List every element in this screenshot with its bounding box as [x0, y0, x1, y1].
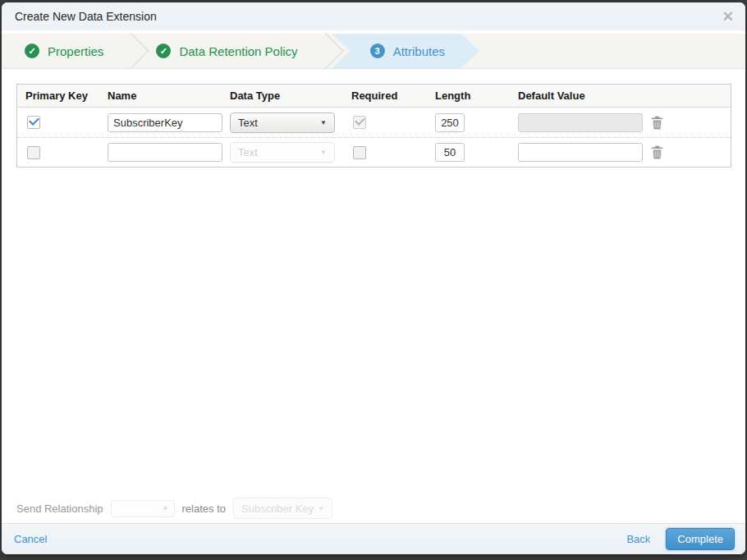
step-complete-check-icon: ✓: [25, 44, 39, 58]
step-complete-check-icon: ✓: [156, 44, 171, 58]
data-type-select[interactable]: Text ▼: [230, 142, 335, 163]
step-properties[interactable]: ✓ Properties: [2, 34, 133, 68]
modal-footer: Cancel Back Complete: [2, 523, 745, 554]
modal-content: Primary Key Name Data Type Required Leng…: [2, 69, 745, 493]
required-checkbox[interactable]: [353, 116, 366, 129]
close-icon[interactable]: ✕: [722, 10, 734, 24]
attributes-table: Primary Key Name Data Type Required Leng…: [16, 84, 731, 168]
delete-row-trash-icon[interactable]: [651, 145, 663, 159]
step-attributes[interactable]: 3 Attributes: [332, 34, 479, 68]
header-name: Name: [99, 90, 222, 102]
primary-key-checkbox[interactable]: [27, 146, 40, 159]
header-default-value: Default Value: [510, 90, 643, 102]
chevron-down-icon: ▼: [163, 505, 169, 512]
create-data-extension-modal: Create New Data Extension ✕ ✓ Properties…: [2, 2, 745, 554]
default-value-input[interactable]: [518, 143, 643, 162]
length-input[interactable]: [435, 113, 465, 132]
header-length: Length: [427, 90, 510, 102]
chevron-down-icon: ▼: [320, 149, 327, 156]
subscriber-key-label: Subscriber Key: [241, 503, 314, 515]
table-row: Text ▼: [17, 137, 731, 167]
name-input[interactable]: [108, 113, 222, 132]
step-data-retention-policy-label: Data Retention Policy: [179, 44, 297, 58]
send-relationship-row: Send Relationship ▼ relates to Subscribe…: [2, 493, 745, 523]
cancel-link[interactable]: Cancel: [14, 533, 47, 545]
relates-to-label: relates to: [182, 503, 226, 515]
required-checkbox[interactable]: [353, 146, 366, 159]
header-data-type: Data Type: [222, 90, 343, 102]
modal-title: Create New Data Extension: [15, 10, 157, 23]
header-required: Required: [343, 90, 427, 102]
chevron-down-icon: ▼: [320, 119, 327, 126]
send-relationship-select[interactable]: ▼: [111, 500, 175, 517]
send-relationship-label: Send Relationship: [16, 503, 103, 515]
delete-row-trash-icon[interactable]: [651, 116, 663, 130]
table-row: Text ▼: [17, 108, 731, 137]
name-input[interactable]: [108, 143, 222, 162]
default-value-input[interactable]: [518, 113, 643, 132]
back-link[interactable]: Back: [626, 533, 650, 545]
primary-key-checkbox[interactable]: [27, 116, 40, 129]
header-primary-key: Primary Key: [17, 90, 99, 102]
chevron-down-icon: ▼: [318, 505, 324, 512]
complete-button[interactable]: Complete: [666, 528, 735, 550]
step-number-badge: 3: [370, 44, 385, 58]
step-attributes-label: Attributes: [393, 44, 445, 58]
length-input[interactable]: [435, 143, 465, 162]
subscriber-key-dropdown[interactable]: Subscriber Key ▼: [233, 498, 332, 519]
data-type-value: Text: [238, 146, 258, 158]
wizard-stepbar: ✓ Properties ✓ Data Retention Policy 3 A…: [2, 34, 745, 69]
modal-titlebar: Create New Data Extension ✕: [2, 2, 745, 30]
data-type-select[interactable]: Text ▼: [230, 112, 335, 133]
data-type-value: Text: [238, 117, 258, 129]
step-properties-label: Properties: [48, 44, 103, 58]
step-data-retention-policy[interactable]: ✓ Data Retention Policy: [133, 34, 327, 68]
table-header-row: Primary Key Name Data Type Required Leng…: [17, 85, 731, 108]
